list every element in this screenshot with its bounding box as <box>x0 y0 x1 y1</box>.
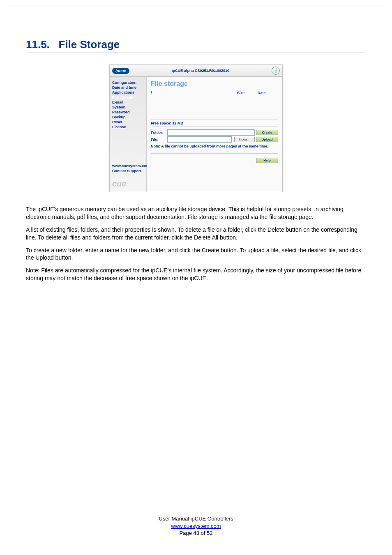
sidebar-item-applications[interactable]: Applications <box>112 90 144 94</box>
main-title: File storage <box>151 80 278 88</box>
upload-button[interactable]: Upload <box>256 137 278 142</box>
logo-pill: ipcue <box>112 68 129 74</box>
main-panel: File storage / Size Date Free space: 12 … <box>147 77 282 192</box>
sidebar-link-website[interactable]: www.cuesystem.com <box>112 164 144 168</box>
paragraph-4: Note: Files are automatically compressed… <box>26 267 366 282</box>
section-title-text: File Storage <box>59 38 120 51</box>
sidebar-item-file-storage[interactable]: File storage <box>112 95 144 99</box>
page-footer: User Manual ipCUE Controllers www.cuesys… <box>26 515 366 537</box>
sidebar-item-reset[interactable]: Reset <box>112 120 144 124</box>
footer-line-1: User Manual ipCUE Controllers <box>26 515 366 523</box>
col-date: Date <box>258 91 278 95</box>
embedded-screenshot: ipcue ipCUE-alpha CS0251.R01.002010 𝄞 Co… <box>26 64 366 192</box>
section-number: 11.5. <box>26 38 50 51</box>
file-table-header: / Size Date <box>151 91 278 95</box>
sidebar-item-license[interactable]: License <box>112 125 144 129</box>
paragraph-1: The ipCUE's generous memory can be used … <box>26 205 366 221</box>
sidebar-brand: cue <box>112 179 144 189</box>
folder-label: Folder: <box>151 131 167 135</box>
free-space: Free space: 12 MB <box>151 120 278 127</box>
header-icon: 𝄞 <box>272 67 280 75</box>
sidebar-item-password[interactable]: Password <box>112 110 144 114</box>
paragraph-3: To create a new folder, enter a name for… <box>26 246 366 262</box>
body-text: The ipCUE's generous memory can be used … <box>26 205 366 287</box>
folder-input[interactable] <box>167 129 255 136</box>
help-button[interactable]: Help <box>256 158 278 163</box>
file-input[interactable] <box>167 136 232 143</box>
sidebar: Configuration Date and time Applications… <box>110 77 147 192</box>
sidebar-item-date-time[interactable]: Date and time <box>112 85 144 90</box>
app-header: ipcue ipCUE-alpha CS0251.R01.002010 𝄞 <box>110 65 282 77</box>
section-heading: 11.5. File Storage <box>26 38 366 53</box>
footer-link[interactable]: www.cuesystem.com <box>171 523 221 529</box>
browse-button[interactable]: Brows... <box>234 137 255 142</box>
col-name: / <box>151 91 237 95</box>
upload-note: Note: A file cannot be uploaded from mor… <box>151 144 278 154</box>
sidebar-item-backup[interactable]: Backup <box>112 115 144 119</box>
sidebar-item-email[interactable]: E-mail <box>112 100 144 104</box>
footer-line-3: Page 43 of 52 <box>26 530 366 537</box>
sidebar-item-configuration[interactable]: Configuration <box>112 81 144 85</box>
col-size: Size <box>237 91 258 95</box>
paragraph-2: A list of existing files, folders, and t… <box>26 226 366 242</box>
sidebar-link-support[interactable]: Contact Support <box>112 169 144 173</box>
create-button[interactable]: Create <box>256 130 278 135</box>
file-label: File: <box>151 138 167 142</box>
app-window: ipcue ipCUE-alpha CS0251.R01.002010 𝄞 Co… <box>109 64 283 192</box>
sidebar-item-system[interactable]: System <box>112 105 144 109</box>
app-header-title: ipCUE-alpha CS0251.R01.002010 <box>129 69 272 73</box>
